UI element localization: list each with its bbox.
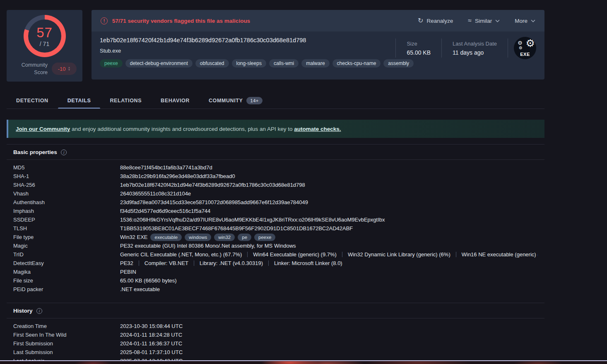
file-type-tag[interactable]: windows (185, 234, 211, 241)
file-tag[interactable]: malware (301, 59, 329, 67)
file-tag[interactable]: obfuscated (195, 59, 229, 67)
property-row: Vhash264036555511c08c321d104e (7, 189, 544, 198)
value-text: 38a28b1c29b916fa296e3d48e03ddf33a7fbead0 (120, 173, 235, 179)
tab-detection[interactable]: DETECTION (7, 92, 58, 109)
value-text: T1BB5319053BE8C01AE3BECF7468F6768445B9F5… (120, 225, 353, 231)
file-header-card: ! 57/71 security vendors flagged this fi… (92, 10, 544, 80)
history-table: Creation Time2023-10-30 15:08:44 UTCFirs… (7, 318, 544, 364)
tab-label: DETECTION (16, 98, 48, 104)
file-tag[interactable]: detect-debug-environment (125, 59, 193, 67)
property-row: First Submission2024-01-11 16:36:37 UTC (7, 339, 544, 348)
basic-properties-table: MD588e8cee71f454bc1fa6b3a7741a3bd7dSHA-1… (7, 160, 544, 295)
value-text: 2025-08-01 17:37:10 UTC (120, 349, 183, 355)
property-row: Imphashf34d5f2d4577ed6d9ceec516c1f5a744 (7, 207, 544, 215)
tab-label: RELATIONS (110, 98, 142, 104)
info-icon[interactable]: i (36, 308, 42, 314)
gear-icon: ⚙ (526, 37, 535, 49)
property-row: Creation Time2023-10-30 15:08:44 UTC (7, 322, 544, 330)
exe-icon-label: EXE (514, 52, 536, 57)
property-label: Authentihash (13, 199, 120, 205)
file-sha256[interactable]: 1eb7b02e18f67420f42b1d94e74f3b6289d92672… (100, 37, 391, 43)
similar-label: Similar (475, 18, 492, 24)
property-value: 2024-01-11 16:36:37 UTC (120, 340, 182, 347)
reanalyze-button[interactable]: ↻ Reanalyze (418, 17, 453, 24)
file-tag[interactable]: long-sleeps (232, 59, 266, 67)
value-text: 1eb7b02e18f67420f42b1d94e74f3b6289d92672… (120, 182, 305, 188)
similar-button[interactable]: ≈ Similar (468, 17, 500, 24)
value-segment: Linker: Microsoft Linker (8.0) (274, 260, 342, 266)
segment-divider (268, 260, 269, 266)
value-text: 2024-01-11 16:36:37 UTC (120, 340, 182, 347)
info-icon[interactable]: i (61, 149, 67, 155)
property-row: Authentihash23d9fad78ea0073d415cd33ece58… (7, 198, 544, 207)
tab-behavior[interactable]: BEHAVIOR (151, 92, 199, 109)
file-type-tag[interactable]: peexe (254, 234, 275, 241)
community-count-badge: 14+ (246, 97, 262, 104)
vote-down-icon[interactable]: ▼ (67, 69, 70, 71)
file-tag[interactable]: peexe (100, 59, 123, 67)
property-label: DetectItEasy (13, 260, 120, 266)
file-tag[interactable]: assembly (383, 59, 414, 67)
history-header: History i (7, 303, 544, 318)
gear-icon: ⚙ (518, 40, 523, 46)
tab-relations[interactable]: RELATIONS (100, 92, 151, 109)
detection-score-gauge: 57 / 71 (24, 15, 66, 57)
header-actions: ↻ Reanalyze ≈ Similar More (418, 17, 535, 24)
file-type-tag[interactable]: pe (238, 234, 251, 241)
file-name[interactable]: Stub.exe (100, 48, 391, 54)
property-value: f34d5f2d4577ed6d9ceec516c1f5a744 (120, 208, 210, 214)
report-tabs: DETECTIONDETAILSRELATIONSBEHAVIORCOMMUNI… (7, 92, 272, 109)
property-row: First Seen In The Wild2024-01-11 18:24:2… (7, 330, 544, 339)
divider (508, 39, 508, 58)
vote-steppers[interactable]: ▲▼ (67, 66, 70, 71)
property-value: .NET executable (120, 286, 160, 292)
segment-divider (342, 252, 342, 257)
value-text: PE32 executable (GUI) Intel 80386 Mono/.… (120, 243, 296, 249)
property-label: MD5 (13, 164, 120, 171)
automate-checks-link[interactable]: automate checks. (294, 126, 341, 132)
community-banner: Join our Community and enjoy additional … (7, 120, 544, 138)
file-tag[interactable]: calls-wmi (269, 59, 299, 67)
file-tag[interactable]: checks-cpu-name (332, 59, 381, 67)
desktop-wallpaper-edge (0, 360, 607, 364)
value-text: 2024-01-11 18:24:28 UTC (120, 332, 182, 338)
segment-divider (247, 252, 248, 257)
tab-community[interactable]: COMMUNITY14+ (199, 92, 272, 109)
file-tags: peexedetect-debug-environmentobfuscatedl… (100, 59, 391, 67)
segment-divider (194, 260, 194, 266)
property-value: 38a28b1c29b916fa296e3d48e03ddf33a7fbead0 (120, 173, 235, 179)
tab-label: COMMUNITY (209, 98, 243, 104)
value-text: PEBIN (120, 269, 136, 275)
join-community-link[interactable]: Join our Community (16, 126, 70, 132)
property-row: SSDEEP1536:o206lH9kGYrsVqfhuD2a/d97IURE8… (7, 215, 544, 224)
property-value: 23d9fad78ea0073d415cd33ece58710072d06898… (120, 199, 308, 205)
last-analysis-value[interactable]: 11 days ago (453, 49, 497, 56)
property-label: SSDEEP (13, 217, 120, 223)
property-value: PEBIN (120, 269, 136, 275)
property-value: Generic CIL Executable (.NET, Mono, etc.… (120, 251, 538, 258)
file-type-tag[interactable]: win32 (214, 234, 235, 241)
segment-divider (456, 252, 456, 257)
chevron-down-icon (495, 19, 500, 22)
community-score-value: -10 (58, 66, 66, 72)
property-value: 88e8cee71f454bc1fa6b3a7741a3bd7d (120, 164, 212, 171)
property-row: DetectItEasyPE32Compiler: VB.NETLibrary:… (7, 259, 544, 268)
size-value: 65.00 KB (407, 49, 431, 56)
property-row: MagicPE32 executable (GUI) Intel 80386 M… (7, 241, 544, 250)
file-type-tag[interactable]: executable (150, 234, 182, 241)
value-segment: Win32 Dynamic Link Library (generic) (6%… (348, 251, 450, 258)
community-score-widget[interactable]: -10 ▲▼ (52, 63, 77, 75)
property-label: SHA-1 (13, 173, 120, 179)
value-text: f34d5f2d4577ed6d9ceec516c1f5a744 (120, 208, 210, 214)
file-header-body: 1eb7b02e18f67420f42b1d94e74f3b6289d92672… (92, 31, 544, 67)
tab-details[interactable]: DETAILS (58, 92, 101, 109)
property-label: First Seen In The Wild (13, 332, 120, 338)
score-total: / 71 (40, 41, 49, 47)
property-label: SHA-256 (13, 182, 120, 188)
more-button[interactable]: More (515, 18, 535, 24)
last-analysis-block: Last Analysis Date 11 days ago (442, 41, 508, 56)
property-value: T1BB5319053BE8C01AE3BECF7468F6768445B9F5… (120, 225, 353, 231)
property-value: 1536:o206lH9kGYrsVqfhuD2a/d97IURE8vU6aoM… (120, 217, 385, 223)
value-text: 88e8cee71f454bc1fa6b3a7741a3bd7d (120, 164, 212, 171)
property-label: First Submission (13, 340, 120, 347)
